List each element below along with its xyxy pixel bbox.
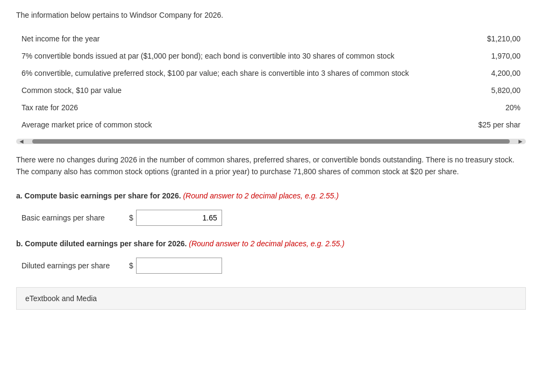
row-value: $25 per shar bbox=[424, 116, 526, 133]
scroll-track[interactable] bbox=[32, 139, 510, 144]
scroll-right-arrow[interactable]: ► bbox=[515, 138, 526, 145]
question-b-section: b. Compute diluted earnings per share fo… bbox=[16, 239, 526, 274]
scroll-left-arrow[interactable]: ◄ bbox=[16, 138, 27, 145]
row-value: 4,200,00 bbox=[424, 65, 526, 82]
basic-eps-row: Basic earnings per share $ bbox=[22, 210, 526, 226]
question-a-text: a. Compute basic earnings per share for … bbox=[16, 191, 181, 200]
table-row: Net income for the year $1,210,00 bbox=[16, 30, 526, 47]
table-row: Average market price of common stock $25… bbox=[16, 116, 526, 133]
table-row: 6% convertible, cumulative preferred sto… bbox=[16, 65, 526, 82]
intro-text: The information below pertains to Windso… bbox=[16, 11, 526, 19]
diluted-eps-dollar-sign: $ bbox=[129, 261, 133, 270]
row-value: 5,820,00 bbox=[424, 82, 526, 99]
question-a-label: a. Compute basic earnings per share for … bbox=[16, 191, 526, 200]
data-table: Net income for the year $1,210,00 7% con… bbox=[16, 30, 526, 133]
diluted-eps-label: Diluted earnings per share bbox=[22, 261, 129, 270]
row-value: $1,210,00 bbox=[424, 30, 526, 47]
question-a-instruction: (Round answer to 2 decimal places, e.g. … bbox=[183, 191, 339, 200]
question-b-label: b. Compute diluted earnings per share fo… bbox=[16, 239, 526, 248]
row-label: 7% convertible bonds issued at par ($1,0… bbox=[16, 47, 424, 65]
diluted-eps-row: Diluted earnings per share $ bbox=[22, 258, 526, 274]
question-a-section: a. Compute basic earnings per share for … bbox=[16, 191, 526, 226]
row-value: 20% bbox=[424, 99, 526, 116]
horizontal-scrollbar[interactable]: ◄ ► bbox=[16, 139, 526, 144]
diluted-eps-input[interactable] bbox=[136, 258, 222, 274]
basic-eps-input[interactable] bbox=[136, 210, 222, 226]
row-label: Common stock, $10 par value bbox=[16, 82, 424, 99]
main-container: The information below pertains to Windso… bbox=[0, 0, 542, 320]
question-b-text: b. Compute diluted earnings per share fo… bbox=[16, 239, 187, 248]
etextbook-label: eTextbook and Media bbox=[25, 294, 97, 303]
basic-eps-dollar-sign: $ bbox=[129, 213, 133, 222]
row-value: 1,970,00 bbox=[424, 47, 526, 65]
table-row: Common stock, $10 par value 5,820,00 bbox=[16, 82, 526, 99]
row-label: Average market price of common stock bbox=[16, 116, 424, 133]
row-label: 6% convertible, cumulative preferred sto… bbox=[16, 65, 424, 82]
etextbook-bar: eTextbook and Media bbox=[16, 287, 526, 310]
table-row: Tax rate for 2026 20% bbox=[16, 99, 526, 116]
row-label: Net income for the year bbox=[16, 30, 424, 47]
basic-eps-label: Basic earnings per share bbox=[22, 213, 129, 222]
description-text: There were no changes during 2026 in the… bbox=[16, 154, 526, 178]
table-row: 7% convertible bonds issued at par ($1,0… bbox=[16, 47, 526, 65]
row-label: Tax rate for 2026 bbox=[16, 99, 424, 116]
question-b-instruction: (Round answer to 2 decimal places, e.g. … bbox=[189, 239, 345, 248]
